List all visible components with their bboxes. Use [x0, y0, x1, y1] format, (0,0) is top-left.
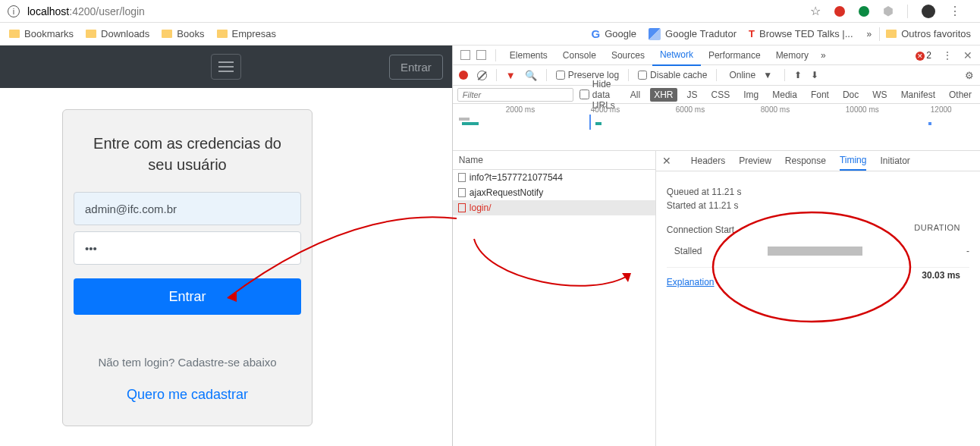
- tab-console[interactable]: Console: [555, 46, 604, 65]
- request-list: Name info?t=1577721077544 ajaxRequestNot…: [453, 151, 656, 446]
- timing-stalled-value: -: [966, 246, 969, 256]
- divider: [907, 5, 908, 18]
- tab-memory[interactable]: Memory: [768, 46, 816, 65]
- detail-tab-headers[interactable]: Headers: [691, 152, 725, 170]
- tab-sources[interactable]: Sources: [604, 46, 652, 65]
- tab-network[interactable]: Network: [652, 45, 701, 66]
- timing-started: Started at 11.21 s: [667, 200, 969, 211]
- filter-input[interactable]: [457, 88, 573, 102]
- extension-icon-red[interactable]: [834, 6, 845, 17]
- filter-type-js[interactable]: JS: [683, 88, 702, 102]
- timing-explanation-link[interactable]: Explanation: [667, 277, 715, 287]
- bookmark-tradutor[interactable]: Google Tradutor: [642, 25, 743, 43]
- disable-cache-checkbox[interactable]: Disable cache: [638, 70, 707, 80]
- register-link[interactable]: Quero me cadastrar: [127, 387, 248, 403]
- timeline-tick: 6000 ms: [676, 105, 705, 114]
- folder-icon: [86, 30, 96, 38]
- profile-avatar[interactable]: [922, 5, 935, 18]
- browser-menu-icon[interactable]: ⋮: [949, 4, 962, 18]
- devtools-close-icon[interactable]: ✕: [963, 49, 972, 61]
- timing-total-duration: 30.03 ms: [922, 270, 960, 281]
- download-har-icon[interactable]: ⬇: [811, 70, 818, 80]
- devtools-tabs: Elements Console Sources Network Perform…: [453, 46, 980, 65]
- bookmark-ted[interactable]: TBrowse TED Talks |...: [743, 25, 859, 42]
- google-icon: G: [592, 27, 601, 40]
- filter-type-manifest[interactable]: Manifest: [897, 88, 939, 102]
- tab-performance[interactable]: Performance: [701, 46, 768, 65]
- filter-type-doc[interactable]: Doc: [839, 88, 862, 102]
- filter-type-img[interactable]: Img: [740, 88, 762, 102]
- ted-icon: T: [749, 28, 755, 39]
- detail-tab-response[interactable]: Response: [785, 152, 826, 170]
- detail-tab-preview[interactable]: Preview: [739, 152, 771, 170]
- folder-icon: [217, 30, 228, 38]
- clear-button[interactable]: [477, 71, 487, 80]
- bookmark-outros[interactable]: Outros favoritos: [880, 25, 977, 42]
- bookmark-google[interactable]: GGoogle: [586, 24, 643, 43]
- request-row[interactable]: info?t=1577721077544: [453, 170, 655, 185]
- bookmark-folder[interactable]: Bookmarks: [3, 25, 80, 42]
- filter-type-media[interactable]: Media: [768, 88, 801, 102]
- timing-queued: Queued at 11.21 s: [667, 187, 969, 197]
- filter-toggle-icon[interactable]: ▼: [506, 70, 516, 81]
- timing-stalled-label: Stalled: [674, 246, 702, 256]
- devtools-panel: Elements Console Sources Network Perform…: [452, 46, 980, 446]
- timeline-tick: 10000 ms: [846, 105, 879, 114]
- browser-url-bar: i localhost:4200/user/login ☆ ⬢ ⋮: [0, 0, 980, 23]
- search-icon[interactable]: 🔍: [525, 70, 537, 81]
- url-text[interactable]: localhost:4200/user/login: [27, 5, 145, 17]
- extension-icon-green[interactable]: [859, 6, 869, 17]
- error-indicator[interactable]: ✕2: [916, 50, 931, 61]
- bookmark-folder[interactable]: Empresas: [211, 25, 283, 42]
- file-icon: [458, 173, 466, 182]
- detail-tabs: ✕ Headers Preview Response Timing Initia…: [656, 151, 980, 171]
- device-toolbar-icon[interactable]: [476, 50, 486, 60]
- login-subtext: Não tem login? Cadastre-se abaixo: [74, 356, 301, 369]
- error-badge-icon: ✕: [916, 52, 925, 61]
- filter-type-all[interactable]: All: [627, 88, 644, 102]
- timeline-tick: 2000 ms: [506, 105, 535, 114]
- bookmark-star-icon[interactable]: ☆: [810, 4, 821, 18]
- timeline-tick: 8000 ms: [761, 105, 790, 114]
- translate-icon: [649, 28, 661, 40]
- record-button[interactable]: [459, 71, 468, 80]
- extension-icon-shield[interactable]: ⬢: [883, 4, 894, 18]
- url-host: localhost: [27, 5, 69, 17]
- network-timeline[interactable]: 2000 ms 4000 ms 6000 ms 8000 ms 10000 ms…: [453, 104, 980, 151]
- filter-type-css[interactable]: CSS: [708, 88, 734, 102]
- folder-icon: [886, 30, 897, 38]
- upload-har-icon[interactable]: ⬆: [794, 70, 802, 80]
- detail-tab-timing[interactable]: Timing: [840, 151, 867, 171]
- login-form-card: Entre com as credencias do seu usuário E…: [62, 109, 313, 426]
- inspect-element-icon[interactable]: [460, 50, 470, 60]
- filter-type-ws[interactable]: WS: [868, 88, 890, 102]
- login-submit-button[interactable]: Entrar: [74, 278, 301, 315]
- filter-type-font[interactable]: Font: [807, 88, 833, 102]
- bookmarks-overflow-icon[interactable]: »: [867, 29, 872, 39]
- request-row[interactable]: ajaxRequestNotify: [453, 185, 655, 200]
- throttling-select[interactable]: Online ▼: [726, 70, 775, 80]
- tab-elements[interactable]: Elements: [502, 46, 555, 65]
- navbar-toggle-button[interactable]: [211, 54, 241, 80]
- devtools-menu-icon[interactable]: ⋮: [942, 49, 953, 61]
- password-input[interactable]: [74, 231, 301, 265]
- filter-type-other[interactable]: Other: [945, 88, 975, 102]
- timeline-tick: 12000: [931, 105, 952, 114]
- file-icon: [458, 188, 466, 197]
- bookmark-folder[interactable]: Books: [155, 25, 210, 42]
- detail-close-icon[interactable]: ✕: [662, 155, 671, 167]
- request-row-selected[interactable]: login/: [453, 200, 655, 215]
- detail-tab-initiator[interactable]: Initiator: [880, 152, 909, 170]
- email-input[interactable]: [74, 192, 301, 225]
- app-viewport: Entrar Entre com as credencias do seu us…: [0, 46, 452, 446]
- network-toolbar: ▼ 🔍 Preserve log Disable cache Online ▼ …: [453, 65, 980, 86]
- site-info-icon[interactable]: i: [8, 5, 20, 17]
- timing-duration-header: DURATION: [914, 223, 960, 232]
- bookmark-folder[interactable]: Downloads: [80, 25, 155, 42]
- request-detail-panel: ✕ Headers Preview Response Timing Initia…: [656, 151, 980, 446]
- network-filter-row: Hide data URLs All XHR JS CSS Img Media …: [453, 86, 980, 104]
- settings-gear-icon[interactable]: ⚙: [965, 70, 974, 81]
- filter-type-xhr[interactable]: XHR: [650, 88, 677, 102]
- more-tabs-icon[interactable]: »: [821, 50, 826, 61]
- navbar-login-button[interactable]: Entrar: [389, 55, 443, 80]
